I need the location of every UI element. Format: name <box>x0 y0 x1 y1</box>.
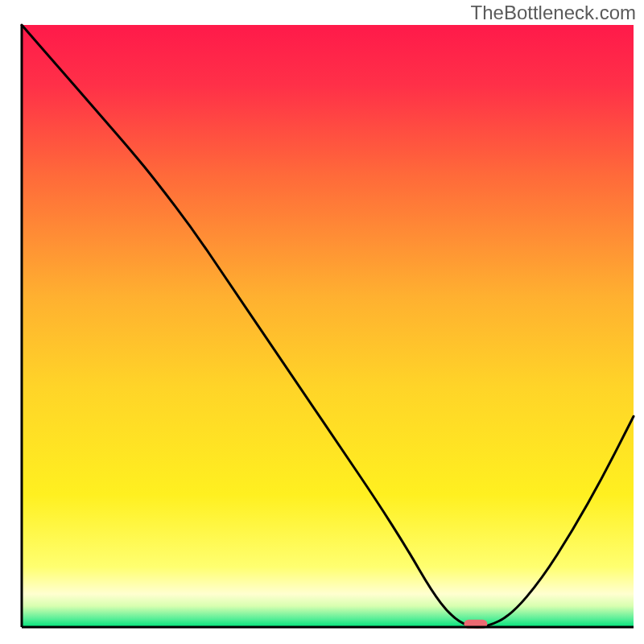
bottleneck-chart: TheBottleneck.com <box>0 0 644 644</box>
watermark-text: TheBottleneck.com <box>471 2 636 24</box>
plot-background <box>22 25 634 627</box>
chart-svg <box>0 0 644 644</box>
